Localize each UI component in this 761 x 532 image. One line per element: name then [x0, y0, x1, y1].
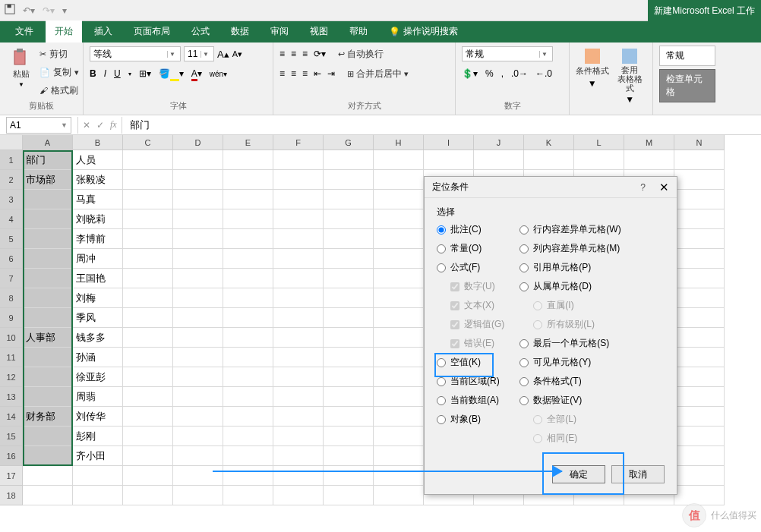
col-header-K[interactable]: K [524, 135, 574, 150]
cell[interactable] [674, 466, 725, 486]
formula-input[interactable]: 部门 [122, 118, 157, 132]
cell[interactable] [123, 209, 173, 229]
cell[interactable] [73, 486, 123, 505]
cell[interactable] [23, 387, 73, 407]
row-header[interactable]: 12 [0, 367, 23, 387]
inc-decimal-icon[interactable]: .0→ [511, 68, 528, 79]
tab-file[interactable]: 文件 [6, 20, 43, 42]
cell[interactable] [324, 367, 374, 387]
cell[interactable]: 周冲 [73, 249, 123, 269]
cell[interactable] [374, 348, 424, 367]
cell[interactable]: 徐亚彭 [73, 367, 123, 387]
col-header-A[interactable]: A [23, 135, 73, 150]
cell[interactable] [374, 249, 424, 269]
copy-button[interactable]: 📄 复制 ▾ [39, 64, 79, 80]
cell[interactable] [273, 348, 324, 367]
cell[interactable] [173, 328, 223, 348]
cell[interactable] [674, 170, 725, 190]
row-header[interactable]: 4 [0, 209, 23, 229]
row-header[interactable]: 11 [0, 348, 23, 367]
select-all-corner[interactable] [0, 135, 23, 150]
cell[interactable] [173, 407, 223, 427]
cell[interactable] [23, 427, 73, 446]
cell[interactable] [123, 190, 173, 209]
cell[interactable] [173, 308, 223, 328]
italic-button[interactable]: I [104, 68, 106, 79]
option-array[interactable]: 当前数组(A) [437, 394, 504, 407]
redo-icon[interactable]: ↷▾ [43, 5, 55, 16]
cell[interactable] [374, 209, 424, 229]
row-header[interactable]: 8 [0, 288, 23, 308]
option-objects[interactable]: 对象(B) [437, 413, 504, 426]
option-comments[interactable]: 批注(C) [437, 223, 504, 236]
cell[interactable] [674, 190, 725, 209]
row-header[interactable]: 13 [0, 387, 23, 407]
cell[interactable] [374, 407, 424, 427]
cell[interactable] [273, 367, 324, 387]
percent-icon[interactable]: % [485, 68, 494, 79]
option-last[interactable]: 最后一个单元格(S) [519, 337, 620, 350]
cell[interactable] [23, 486, 73, 505]
cell[interactable] [674, 308, 725, 328]
cell[interactable] [324, 308, 374, 328]
cell[interactable] [674, 249, 725, 269]
option-formulas[interactable]: 公式(F) [437, 261, 504, 274]
cell[interactable]: 刘晓莉 [73, 209, 123, 229]
cell[interactable] [273, 269, 324, 288]
option-constants[interactable]: 常量(O) [437, 242, 504, 255]
cell[interactable] [674, 348, 725, 367]
font-size-select[interactable]: 11▼ [184, 46, 214, 61]
cell[interactable] [374, 367, 424, 387]
cell[interactable] [474, 150, 524, 170]
cell[interactable] [123, 308, 173, 328]
cell[interactable] [123, 150, 173, 170]
row-header[interactable]: 10 [0, 328, 23, 348]
cell[interactable] [123, 170, 173, 190]
option-dependents[interactable]: 从属单元格(D) [519, 280, 620, 293]
cell[interactable] [374, 229, 424, 249]
tab-view[interactable]: 视图 [301, 20, 337, 42]
option-blanks[interactable]: 空值(K) [437, 356, 504, 369]
row-header[interactable]: 14 [0, 407, 23, 427]
currency-icon[interactable]: 💲▾ [462, 68, 478, 79]
col-header-H[interactable]: H [374, 135, 424, 150]
cell[interactable] [223, 486, 273, 505]
tab-home[interactable]: 开始 [46, 20, 82, 42]
row-header[interactable]: 2 [0, 170, 23, 190]
col-header-L[interactable]: L [574, 135, 624, 150]
style-check-cell[interactable]: 检查单元格 [659, 69, 715, 102]
row-header[interactable]: 16 [0, 446, 23, 466]
cell[interactable] [324, 348, 374, 367]
cell[interactable] [23, 229, 73, 249]
option-precedents[interactable]: 引用单元格(P) [519, 261, 620, 274]
cell[interactable] [273, 288, 324, 308]
cell[interactable] [23, 190, 73, 209]
font-color-button[interactable]: A▾ [191, 68, 202, 79]
option-condfmt[interactable]: 条件格式(T) [519, 375, 620, 388]
cell[interactable] [374, 190, 424, 209]
cell[interactable] [23, 269, 73, 288]
cell[interactable] [273, 446, 324, 466]
cell[interactable] [273, 308, 324, 328]
cell[interactable] [123, 328, 173, 348]
cell[interactable] [223, 190, 273, 209]
font-name-select[interactable]: 等线▼ [90, 46, 181, 61]
cell[interactable] [223, 407, 273, 427]
close-icon[interactable]: ✕ [659, 181, 669, 194]
cell[interactable]: 部门 [23, 150, 73, 170]
cell[interactable] [173, 229, 223, 249]
cond-format-button[interactable]: 条件格式▼ [576, 46, 609, 108]
cell[interactable] [674, 387, 725, 407]
cell[interactable] [123, 446, 173, 466]
cell[interactable] [324, 427, 374, 446]
option-coldiff[interactable]: 列内容差异单元格(M) [519, 242, 620, 255]
cell[interactable] [324, 229, 374, 249]
cell[interactable] [524, 150, 574, 170]
cell[interactable] [173, 446, 223, 466]
number-format-select[interactable]: 常规▼ [462, 46, 553, 61]
col-header-N[interactable]: N [674, 135, 725, 150]
cell[interactable] [123, 486, 173, 505]
cell[interactable] [273, 249, 324, 269]
cell[interactable] [173, 427, 223, 446]
cell[interactable] [324, 407, 374, 427]
